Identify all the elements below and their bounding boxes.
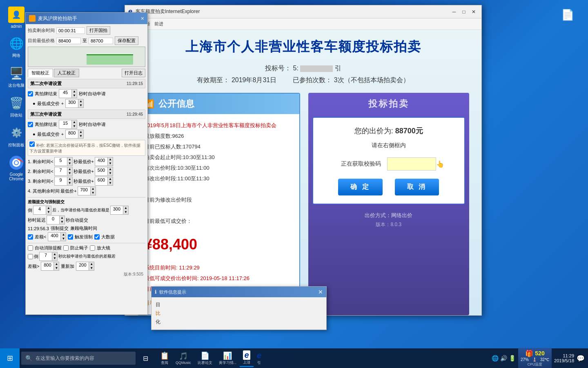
s3-check-row: 离拍牌结束 15 ▲ ▼ 秒时自动申请 [28, 120, 145, 129]
row2-down[interactable]: ▼ [67, 171, 72, 175]
log-btn[interactable]: 打开日志 [122, 69, 145, 77]
taskbar-item-1[interactable]: 📋 查阅 [157, 350, 172, 366]
taskbar-taskview[interactable]: ⊟ [136, 348, 155, 368]
taskbar-item-2-icon: 🎵 [179, 352, 188, 361]
s2-add-up[interactable]: ▲ [78, 99, 83, 103]
taskbar-item-4-label: 黄学习情... [219, 360, 237, 366]
time-str1: 11:29:56.3 [28, 226, 49, 231]
info-line-6: 修改出价时段:11:00至11:30 [144, 173, 293, 184]
valid-date: 2019年8月31日 [232, 76, 276, 83]
diff-delay-down[interactable]: ▼ [59, 220, 65, 224]
diff-lt-down[interactable]: ▼ [60, 237, 66, 241]
row1-plus-up[interactable]: ▲ [107, 157, 113, 162]
invert-check[interactable] [28, 254, 33, 259]
desktop-icon-right1[interactable]: 📄 [551, 4, 584, 27]
diff-down[interactable]: ▼ [46, 210, 51, 214]
public-panel: 📶 公开信息 2019年5月18日上海市个人非营业性客车额度投标拍卖会 投放额度… [137, 93, 300, 315]
ie-forward-btn[interactable]: 前进 [154, 21, 163, 27]
row2-plus-up[interactable]: ▲ [107, 167, 113, 171]
taskbar-item-3[interactable]: 📄 比赛论文 [194, 350, 216, 366]
auto-hide-check[interactable] [28, 245, 33, 251]
big-price: ¥88,400 [144, 230, 293, 259]
s2-up[interactable]: ▲ [71, 90, 77, 94]
anti-fly-check[interactable] [63, 245, 69, 251]
renew-up[interactable]: ▲ [89, 262, 94, 266]
chart-area [28, 47, 145, 67]
taskbar-item-4[interactable]: 📊 黄学习情... [216, 350, 240, 366]
info-line-5: 首次出价时段:10:30至11:00 [144, 163, 293, 173]
diff-title: 差额提交与强制提交 [28, 199, 145, 205]
s2-down[interactable]: ▼ [71, 94, 77, 98]
s3-add-spinbox: 800 ▲ ▼ [65, 130, 84, 139]
cancel-btn[interactable]: 取 消 [395, 179, 439, 195]
taskbar-item-2[interactable]: 🎵 QQMusic [172, 351, 194, 366]
open-btn[interactable]: 打开国拍 [87, 26, 110, 35]
diff-lt-up[interactable]: ▲ [60, 233, 66, 237]
ie-window-controls: ─ □ ✕ [450, 7, 478, 16]
diff-up[interactable]: ▲ [46, 206, 51, 210]
renew-down[interactable]: ▼ [89, 266, 94, 270]
row3-up[interactable]: ▲ [67, 177, 72, 181]
diff-sec-down[interactable]: ▼ [123, 210, 128, 214]
diff-delay-spinbox: 0 ▲ ▼ [47, 215, 65, 224]
diff-gt-down[interactable]: ▼ [53, 266, 59, 270]
row2-up[interactable]: ▲ [67, 167, 72, 171]
start-button[interactable]: ⊞ [0, 348, 20, 368]
row1-plus-down[interactable]: ▼ [107, 162, 113, 166]
invert-down[interactable]: ▼ [52, 256, 57, 260]
taskbar-ie2[interactable]: e 引 [254, 350, 265, 366]
row2-plus-spinbox: 500 ▲ ▼ [95, 167, 113, 176]
s2-add-spinbox: 300 ▲ ▼ [65, 99, 84, 108]
ie-maximize-btn[interactable]: □ [459, 7, 468, 16]
notification-icon[interactable]: 💬 [577, 355, 585, 362]
time-value: 00:00:31 [56, 27, 85, 34]
invert-row: 倒 7 ▲ ▼ 秒比较申请价与最低价的差额若 [28, 252, 145, 261]
ie-minimize-btn[interactable]: ─ [450, 7, 459, 16]
row4-plus-up[interactable]: ▲ [90, 187, 96, 191]
s2-add-down[interactable]: ▼ [78, 103, 83, 108]
tab-manual[interactable]: 人工校正 [54, 69, 79, 77]
row1-down[interactable]: ▼ [67, 162, 72, 166]
zoom-check[interactable] [90, 245, 95, 251]
info-line-2: 投放额度数:9626 [144, 131, 293, 141]
diff-gt-row: 差额> 800 ▲ ▼ 重新加 200 ▲ ▼ [28, 262, 145, 271]
s3-checkbox[interactable] [28, 122, 33, 127]
comp-checkbox[interactable] [29, 141, 35, 147]
row3-plus-up[interactable]: ▲ [107, 177, 113, 181]
s3-sub-row: ● 最低成交价 + 800 ▲ ▼ [28, 130, 145, 139]
diff-check3[interactable] [94, 234, 100, 240]
diff-check1[interactable] [28, 234, 33, 240]
invert-up[interactable]: ▲ [52, 252, 57, 256]
diff-delay-up[interactable]: ▲ [59, 216, 65, 220]
s3-add-up[interactable]: ▲ [78, 130, 83, 134]
row3-plus-down[interactable]: ▼ [107, 181, 113, 185]
row2: 2. 剩余时间< 7 ▲ ▼ 秒最低价+ 500 ▲ ▼ [28, 167, 145, 176]
bid-no-suffix: 引 [335, 65, 341, 72]
taskbar-ie[interactable]: e 上涟 [240, 350, 254, 367]
cpu-temp-icon: 🌡️ [532, 357, 537, 362]
taskbar-item-4-icon: 📊 [223, 351, 232, 360]
bid-panel-title: 投标拍卖 [368, 99, 409, 109]
save-btn[interactable]: 保存配置 [115, 36, 138, 45]
diff-check2[interactable] [68, 234, 73, 240]
row2-plus-down[interactable]: ▼ [107, 171, 113, 175]
diff-sec-up[interactable]: ▲ [123, 206, 128, 210]
row3-down[interactable]: ▼ [67, 181, 72, 185]
row4-plus-down[interactable]: ▼ [90, 191, 96, 195]
tab-auto[interactable]: 智能校正 [28, 69, 53, 77]
s2-checkbox[interactable] [28, 91, 33, 96]
diff-gt-up[interactable]: ▲ [53, 262, 59, 266]
s3-add-down[interactable]: ▼ [78, 134, 83, 138]
diff-auto-label: 秒自动提交 [66, 217, 88, 223]
row4-label: 4. 其他剩余时间 [28, 188, 60, 194]
taskbar-search[interactable]: 🔍 在这里输入你要搜索的内容 [21, 352, 136, 365]
ie-close-btn[interactable]: ✕ [469, 7, 478, 16]
row2-spinbox: 7 ▲ ▼ [54, 167, 73, 176]
s3-down[interactable]: ▼ [71, 124, 77, 128]
row1-up[interactable]: ▲ [67, 157, 72, 162]
s3-up[interactable]: ▲ [71, 120, 77, 124]
helper-close-btn[interactable]: × [141, 15, 144, 22]
popup-close-btn[interactable]: ✕ [318, 289, 323, 295]
captcha-input[interactable] [387, 157, 436, 171]
confirm-btn[interactable]: 确 定 [338, 179, 382, 195]
